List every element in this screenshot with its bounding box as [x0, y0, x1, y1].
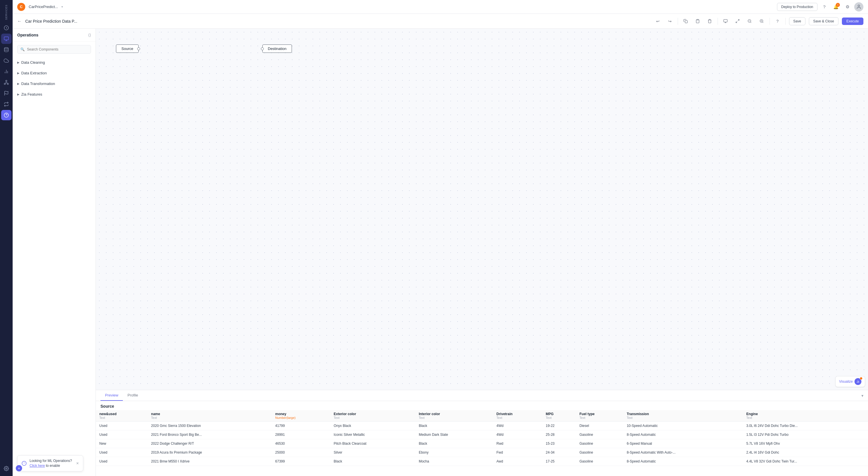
category-data-extraction: ▶ Data Extraction — [12, 68, 96, 78]
bottom-panel-tabs: Preview Profile ▾ — [96, 390, 868, 401]
svg-line-19 — [738, 20, 739, 21]
notification-close-button[interactable]: ✕ — [76, 462, 79, 465]
sidebar-item-active[interactable] — [1, 110, 11, 120]
execute-button[interactable]: Execute — [842, 18, 863, 25]
table-column-header: Fuel typeText — [576, 410, 623, 421]
svg-rect-15 — [697, 19, 699, 20]
help-button[interactable]: ? — [820, 2, 829, 11]
svg-point-7 — [4, 83, 6, 85]
data-table-wrapper[interactable]: new&usedTextnameTextmoneyNumber(large)Ex… — [96, 410, 868, 476]
svg-line-25 — [763, 22, 763, 23]
svg-rect-14 — [685, 21, 687, 23]
table-column-header: new&usedText — [96, 410, 148, 421]
search-icon: 🔍 — [20, 48, 25, 51]
source-connector-right — [137, 48, 140, 50]
chevron-data-cleaning: ▶ — [17, 61, 20, 64]
visualize-button[interactable]: Visualize — [835, 376, 865, 387]
workspace-title: Car Price Prediction Data P... — [25, 19, 77, 24]
operations-title: Operations — [17, 33, 38, 37]
table-column-header: nameText — [148, 410, 272, 421]
sidebar-item-network[interactable] — [1, 77, 11, 88]
settings-button[interactable]: ⚙ — [843, 2, 852, 11]
svg-line-22 — [750, 22, 751, 23]
app-logo: C — [17, 3, 25, 11]
delete-button[interactable] — [706, 17, 714, 26]
destination-connector-left — [261, 48, 264, 50]
svg-point-2 — [4, 48, 8, 49]
sidebar-item-pipeline[interactable] — [1, 34, 11, 44]
notification-badge: 1 — [836, 3, 840, 7]
sidebar-item-data[interactable] — [1, 44, 11, 55]
sidebar-item-analytics[interactable] — [1, 66, 11, 77]
sidebar-item-cloud[interactable] — [1, 55, 11, 66]
table-column-header: moneyNumber(large) — [272, 410, 330, 421]
table-column-header: TransmissionText — [623, 410, 743, 421]
collapse-panel-button[interactable]: ⟨⟩ — [88, 33, 91, 37]
sidebar-item-settings2[interactable] — [1, 464, 11, 474]
tab-profile[interactable]: Profile — [123, 390, 143, 401]
notification-link[interactable]: Click here — [30, 464, 45, 468]
collapse-bottom-button[interactable]: ▾ — [861, 393, 863, 398]
expand-button[interactable] — [733, 17, 742, 26]
table-column-header: EngineText — [743, 410, 868, 421]
chevron-data-extraction: ▶ — [17, 71, 20, 75]
visualize-label: Visualize — [839, 380, 853, 384]
chevron-data-transformation: ▶ — [17, 82, 20, 85]
paste-button[interactable] — [693, 17, 702, 26]
sidebar-item-flag[interactable] — [1, 88, 11, 98]
toolbar-divider-1 — [678, 18, 678, 25]
copy-button[interactable] — [681, 17, 690, 26]
sidebar-item-arrow[interactable] — [1, 99, 11, 109]
data-table: new&usedTextnameTextmoneyNumber(large)Ex… — [96, 410, 868, 466]
pipeline-canvas[interactable]: Source Destination Visualize — [96, 29, 868, 390]
table-body: Used2020 Gmc Sierra 1500 Elevation41799O… — [96, 421, 868, 466]
toolbar-divider-4 — [785, 18, 786, 25]
user-avatar[interactable] — [854, 2, 863, 11]
table-row: Used2021 Bmw M550 I Xdrive67399BlackMoch… — [96, 457, 868, 466]
services-label: Services — [5, 2, 8, 22]
svg-point-13 — [858, 5, 860, 7]
svg-line-20 — [736, 22, 737, 23]
ml-notification: Looking for ML Operations? Click here to… — [17, 455, 83, 471]
category-zia-features: ▶ Zia Features — [12, 89, 96, 100]
table-header: new&usedTextnameTextmoneyNumber(large)Ex… — [96, 410, 868, 421]
save-button[interactable]: Save — [789, 17, 805, 25]
table-column-header: MPGText — [542, 410, 576, 421]
source-node[interactable]: Source — [116, 44, 138, 53]
topbar: C CarPricePredict... ▾ Deploy to Product… — [12, 0, 868, 14]
destination-node[interactable]: Destination — [262, 44, 292, 53]
save-close-button[interactable]: Save & Close — [809, 17, 838, 25]
bottom-panel: Preview Profile ▾ Source new&usedTextnam… — [96, 390, 868, 476]
operations-header: Operations ⟨⟩ — [12, 29, 96, 41]
table-column-header: Interior colorText — [415, 410, 493, 421]
notifications-button[interactable]: 🔔 1 — [831, 2, 840, 11]
undo-button[interactable]: ↩ — [654, 17, 662, 26]
add-button[interactable]: + — [16, 465, 22, 471]
zoom-in-button[interactable] — [757, 17, 766, 26]
tab-preview[interactable]: Preview — [100, 390, 123, 401]
deploy-to-production-button[interactable]: Deploy to Production — [777, 3, 817, 11]
sidebar-item-home[interactable] — [1, 23, 11, 33]
table-row: Used2019 Acura Ilx Premium Package25000S… — [96, 448, 868, 457]
project-chevron[interactable]: ▾ — [61, 5, 63, 8]
svg-rect-16 — [724, 20, 727, 22]
zoom-out-button[interactable] — [745, 17, 754, 26]
help-toolbar-button[interactable]: ? — [773, 17, 782, 26]
sidebar: Services — [0, 0, 12, 476]
chevron-zia-features: ▶ — [17, 93, 20, 96]
category-label-data-cleaning: Data Cleaning — [21, 60, 45, 65]
search-input[interactable] — [27, 48, 88, 51]
svg-point-12 — [6, 468, 7, 469]
toolbar-divider-3 — [770, 18, 770, 25]
table-column-header: DrivetrainText — [493, 410, 542, 421]
notification-text: Looking for ML Operations? Click here to… — [30, 458, 72, 468]
fit-view-button[interactable] — [721, 17, 730, 26]
back-button[interactable]: ← — [17, 19, 22, 24]
redo-button[interactable]: ↪ — [665, 17, 674, 26]
category-data-transformation: ▶ Data Transformation — [12, 78, 96, 89]
category-label-data-transformation: Data Transformation — [21, 82, 55, 86]
table-row: Used2020 Gmc Sierra 1500 Elevation41799O… — [96, 421, 868, 430]
search-box[interactable]: 🔍 — [17, 45, 91, 54]
project-name: CarPricePredict... — [29, 5, 58, 9]
table-row: New2022 Dodge Challenger R/T46530Pitch B… — [96, 439, 868, 448]
